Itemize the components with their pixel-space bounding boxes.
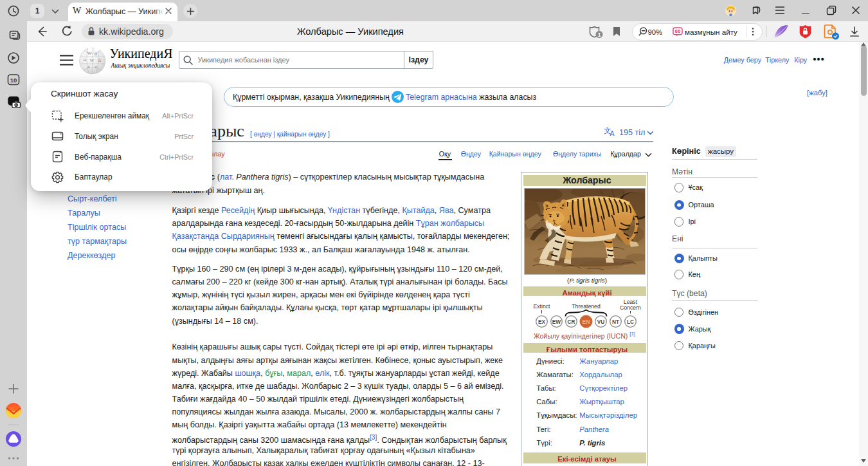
svg-text:W: W bbox=[90, 58, 95, 63]
svg-text:1: 1 bbox=[598, 32, 601, 38]
svg-text:EW: EW bbox=[552, 319, 561, 325]
svg-text:И: И bbox=[95, 52, 98, 56]
svg-text:LC: LC bbox=[627, 319, 634, 325]
svg-text:EN: EN bbox=[583, 319, 590, 325]
svg-text:Ω: Ω bbox=[84, 58, 87, 62]
svg-text:Extinct: Extinct bbox=[533, 303, 550, 310]
svg-text:10: 10 bbox=[10, 77, 17, 84]
svg-text:山: 山 bbox=[98, 58, 102, 62]
svg-text:EX: EX bbox=[538, 319, 546, 325]
svg-text:Concern: Concern bbox=[620, 304, 641, 311]
svg-text:А: А bbox=[87, 65, 91, 69]
svg-text:W: W bbox=[87, 51, 92, 56]
svg-text:Threatened: Threatened bbox=[572, 303, 601, 310]
svg-text:66: 66 bbox=[675, 28, 681, 34]
svg-text:VU: VU bbox=[597, 319, 605, 325]
svg-text:NT: NT bbox=[612, 319, 619, 325]
svg-text:CR: CR bbox=[568, 319, 575, 325]
